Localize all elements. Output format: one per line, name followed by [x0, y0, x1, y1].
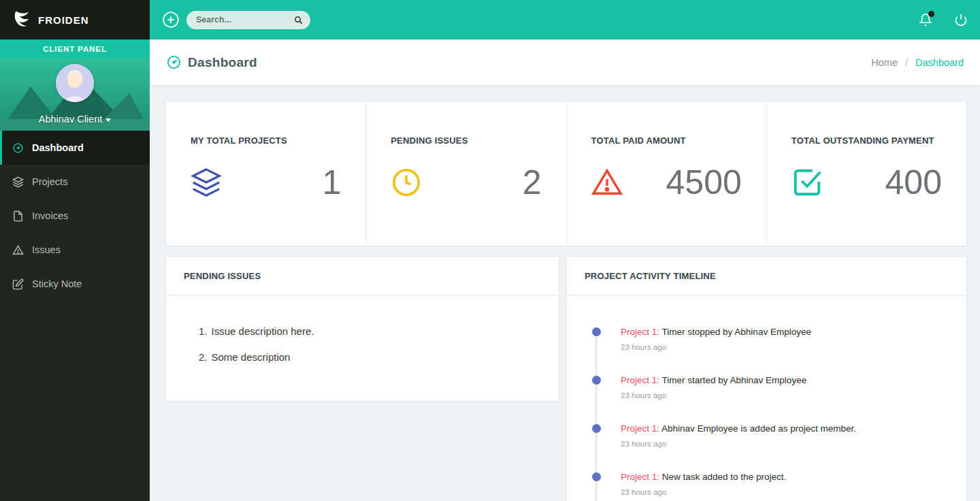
- warning-triangle-icon: [12, 244, 24, 256]
- notification-badge: [928, 11, 934, 17]
- bird-logo-icon: [11, 10, 31, 30]
- sidebar-item-label: Projects: [32, 176, 67, 187]
- logout-power-button[interactable]: [954, 13, 968, 27]
- user-profile[interactable]: Abhinav Client: [0, 58, 150, 131]
- timeline-text: Timer started by Abhinav Employee: [662, 375, 807, 385]
- timeline-title: PROJECT ACTIVITY TIMELINE: [567, 257, 966, 295]
- timeline-entry: Project 1: New task added to the project…: [621, 472, 953, 496]
- stat-label: TOTAL PAID AMOUNT: [591, 135, 746, 146]
- search-box[interactable]: [186, 11, 310, 29]
- timeline-dot: [592, 376, 601, 385]
- stat-total-paid: TOTAL PAID AMOUNT 4500: [567, 101, 767, 246]
- stat-value: 4500: [666, 163, 742, 202]
- avatar[interactable]: [56, 64, 94, 102]
- stat-value: 2: [523, 163, 542, 202]
- timeline-dot: [592, 472, 601, 481]
- stat-outstanding-payment: TOTAL OUTSTANDING PAYMENT 400: [767, 101, 966, 246]
- timeline-entry: Project 1: Timer stopped by Abhinav Empl…: [621, 327, 953, 351]
- timeline-dot: [592, 424, 601, 433]
- sidebar-item-invoices[interactable]: Invoices: [0, 199, 150, 233]
- issue-text: Issue description here.: [212, 325, 314, 337]
- user-name[interactable]: Abhinav Client: [0, 114, 150, 125]
- warning-triangle-icon: [591, 167, 623, 198]
- main-content: MY TOTAL PROJECTS 1 PENDING ISSUES 2 TOT…: [150, 85, 980, 501]
- timeline-time: 23 hours ago: [621, 343, 953, 351]
- timeline-project-link[interactable]: Project 1:: [621, 375, 659, 385]
- timeline-text: Abhinav Employee is added as project mem…: [662, 423, 856, 434]
- timeline-project-link[interactable]: Project 1:: [621, 472, 659, 482]
- sidebar-item-label: Dashboard: [32, 142, 84, 153]
- breadcrumb-current: Dashboard: [915, 57, 964, 68]
- layers-icon: [191, 167, 222, 198]
- notifications-button[interactable]: [919, 13, 932, 27]
- sidebar-item-label: Invoices: [32, 210, 68, 221]
- stat-total-projects: MY TOTAL PROJECTS 1: [166, 101, 366, 246]
- timeline-text: Timer stopped by Abhinav Employee: [662, 327, 811, 337]
- user-name-label: Abhinav Client: [39, 114, 103, 125]
- timeline-project-link[interactable]: Project 1:: [621, 423, 659, 434]
- add-button[interactable]: [162, 11, 180, 29]
- sidebar-nav: Dashboard Projects Invoices Issues Stick…: [0, 131, 150, 301]
- page-header: Dashboard Home / Dashboard: [150, 39, 980, 85]
- stat-value: 1: [322, 163, 341, 202]
- dashboard-icon: [12, 142, 24, 154]
- search-icon[interactable]: [293, 15, 304, 25]
- stat-label: PENDING ISSUES: [391, 135, 545, 146]
- timeline-time: 23 hours ago: [621, 440, 953, 448]
- layers-icon: [12, 176, 24, 188]
- issue-text: Some description: [212, 351, 291, 363]
- issue-number: 2.: [199, 351, 208, 363]
- stat-label: MY TOTAL PROJECTS: [191, 135, 345, 146]
- search-input[interactable]: [196, 15, 293, 25]
- sidebar-item-label: Sticky Note: [32, 278, 82, 289]
- topbar-actions: [919, 13, 968, 27]
- dashboard-icon: [166, 54, 182, 70]
- issue-list-item: 2.Some description: [199, 351, 559, 363]
- stat-value: 400: [885, 163, 942, 202]
- sidebar-item-projects[interactable]: Projects: [0, 165, 150, 199]
- stat-pending-issues: PENDING ISSUES 2: [366, 101, 566, 246]
- timeline-dot: [592, 327, 601, 336]
- stat-label: TOTAL OUTSTANDING PAYMENT: [791, 135, 946, 146]
- check-square-icon: [791, 167, 823, 198]
- breadcrumb-separator: /: [905, 57, 908, 68]
- timeline-entry: Project 1: Abhinav Employee is added as …: [621, 423, 953, 448]
- breadcrumb-home-link[interactable]: Home: [871, 57, 898, 68]
- topbar: [150, 0, 980, 39]
- timeline-time: 23 hours ago: [621, 488, 953, 496]
- sidebar-item-issues[interactable]: Issues: [0, 233, 150, 267]
- sidebar-item-dashboard[interactable]: Dashboard: [0, 131, 150, 165]
- timeline-time: 23 hours ago: [621, 391, 953, 400]
- panel-label: CLIENT PANEL: [0, 39, 150, 58]
- sidebar-item-sticky-note[interactable]: Sticky Note: [0, 267, 150, 301]
- sidebar-item-label: Issues: [32, 244, 61, 255]
- clock-icon: [391, 167, 422, 198]
- brand-name: FROIDEN: [38, 14, 89, 26]
- issue-number: 1.: [199, 325, 208, 337]
- file-icon: [12, 210, 24, 222]
- breadcrumb: Home / Dashboard: [871, 57, 964, 68]
- pending-issues-title: PENDING ISSUES: [166, 257, 559, 295]
- edit-note-icon: [12, 278, 24, 290]
- chevron-down-icon: [105, 118, 111, 122]
- timeline-entry: Project 1: Timer started by Abhinav Empl…: [621, 375, 953, 400]
- stats-card: MY TOTAL PROJECTS 1 PENDING ISSUES 2 TOT…: [166, 101, 966, 246]
- page-title: Dashboard: [188, 55, 257, 70]
- timeline-text: New task added to the project.: [662, 472, 786, 482]
- logo-bar[interactable]: FROIDEN: [0, 0, 150, 39]
- sidebar: FROIDEN CLIENT PANEL Abhinav Cli: [0, 0, 150, 501]
- issue-list-item: 1.Issue description here.: [199, 325, 559, 337]
- pending-issues-card: PENDING ISSUES 1.Issue description here.…: [166, 257, 559, 401]
- timeline-project-link[interactable]: Project 1:: [621, 327, 659, 337]
- activity-timeline-card: PROJECT ACTIVITY TIMELINE Project 1: Tim…: [567, 257, 966, 501]
